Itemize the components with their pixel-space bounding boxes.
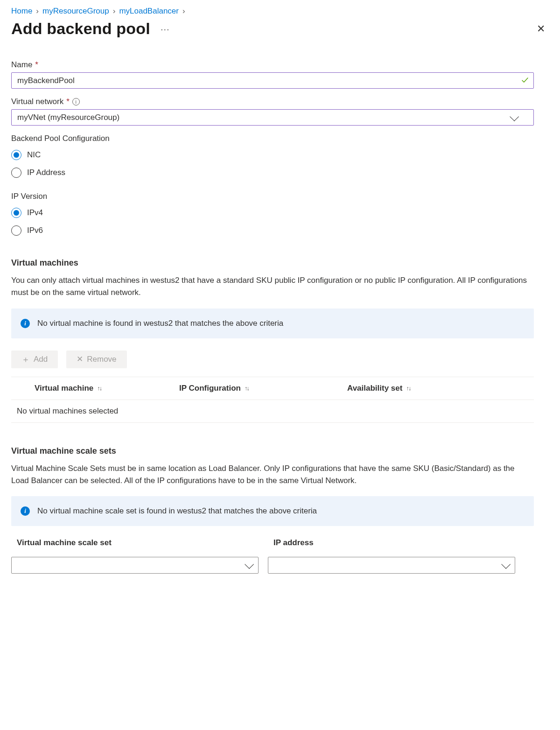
ip-version-ipv4-option[interactable]: IPv4 bbox=[11, 204, 549, 222]
vmss-section-title: Virtual machine scale sets bbox=[11, 446, 549, 456]
radio-icon bbox=[11, 225, 21, 236]
vmss-ip-select[interactable] bbox=[268, 557, 515, 574]
backend-config-nic-option[interactable]: NIC bbox=[11, 146, 549, 164]
button-label: Add bbox=[34, 355, 48, 364]
chevron-down-icon bbox=[501, 560, 511, 569]
vmss-section-description: Virtual Machine Scale Sets must be in sa… bbox=[11, 463, 529, 487]
vm-col-name[interactable]: Virtual machine ↑↓ bbox=[11, 377, 179, 400]
vm-col-availset[interactable]: Availability set ↑↓ bbox=[347, 377, 534, 400]
ip-version-label: IP Version bbox=[11, 192, 47, 201]
breadcrumb-resource-group[interactable]: myResourceGroup bbox=[42, 7, 109, 16]
required-indicator: * bbox=[66, 97, 70, 106]
chevron-right-icon: › bbox=[36, 7, 39, 16]
radio-icon bbox=[11, 208, 21, 218]
check-icon bbox=[521, 76, 529, 85]
sort-icon: ↑↓ bbox=[406, 385, 410, 392]
vnet-value: myVNet (myResourceGroup) bbox=[17, 113, 119, 122]
name-input[interactable] bbox=[11, 72, 534, 89]
vm-info-text: No virtual machine is found in westus2 t… bbox=[37, 319, 283, 328]
info-icon: i bbox=[21, 506, 30, 516]
vnet-label: Virtual network bbox=[11, 97, 63, 106]
backend-config-label: Backend Pool Configuration bbox=[11, 134, 110, 143]
radio-icon bbox=[11, 168, 21, 178]
chevron-down-icon bbox=[510, 112, 519, 121]
x-icon: ✕ bbox=[77, 354, 83, 364]
plus-icon: ＋ bbox=[21, 354, 30, 365]
more-icon[interactable]: ··· bbox=[161, 24, 170, 34]
vm-section-description: You can only attach virtual machines in … bbox=[11, 274, 529, 299]
button-label: Remove bbox=[87, 355, 116, 364]
vm-section-title: Virtual machines bbox=[11, 258, 549, 268]
required-indicator: * bbox=[35, 60, 38, 70]
backend-config-ip-option[interactable]: IP Address bbox=[11, 164, 549, 182]
breadcrumb: Home › myResourceGroup › myLoadBalancer … bbox=[11, 7, 549, 16]
radio-icon bbox=[11, 150, 21, 160]
info-icon: i bbox=[21, 319, 30, 328]
radio-label: IPv6 bbox=[27, 226, 43, 235]
vm-table-header: Virtual machine ↑↓ IP Configuration ↑↓ A… bbox=[11, 377, 534, 400]
chevron-right-icon: › bbox=[113, 7, 116, 16]
remove-vm-button[interactable]: ✕ Remove bbox=[66, 351, 126, 368]
breadcrumb-load-balancer[interactable]: myLoadBalancer bbox=[119, 7, 179, 16]
page-title: Add backend pool bbox=[11, 20, 150, 38]
vmss-info-text: No virtual machine scale set is found in… bbox=[37, 506, 317, 516]
vm-info-banner: i No virtual machine is found in westus2… bbox=[11, 309, 534, 338]
vnet-select[interactable]: myVNet (myResourceGroup) bbox=[11, 109, 534, 126]
radio-label: NIC bbox=[27, 150, 41, 160]
vmss-info-banner: i No virtual machine scale set is found … bbox=[11, 496, 534, 526]
sort-icon: ↑↓ bbox=[245, 385, 249, 392]
ip-version-ipv6-option[interactable]: IPv6 bbox=[11, 222, 549, 239]
chevron-down-icon bbox=[245, 560, 254, 569]
vm-empty-row: No virtual machines selected bbox=[11, 400, 534, 423]
vmss-scaleset-label: Virtual machine scale set bbox=[11, 538, 259, 548]
vmss-ip-label: IP address bbox=[268, 538, 515, 548]
info-icon[interactable]: i bbox=[72, 98, 80, 105]
vmss-scaleset-select[interactable] bbox=[11, 557, 259, 574]
radio-label: IP Address bbox=[27, 168, 65, 177]
radio-label: IPv4 bbox=[27, 208, 43, 218]
close-icon[interactable]: ✕ bbox=[533, 21, 549, 37]
sort-icon: ↑↓ bbox=[97, 385, 101, 392]
chevron-right-icon: › bbox=[182, 7, 185, 16]
name-label: Name bbox=[11, 60, 32, 70]
vm-col-ipconfig[interactable]: IP Configuration ↑↓ bbox=[179, 377, 347, 400]
breadcrumb-home[interactable]: Home bbox=[11, 7, 32, 16]
add-vm-button[interactable]: ＋ Add bbox=[11, 351, 58, 368]
